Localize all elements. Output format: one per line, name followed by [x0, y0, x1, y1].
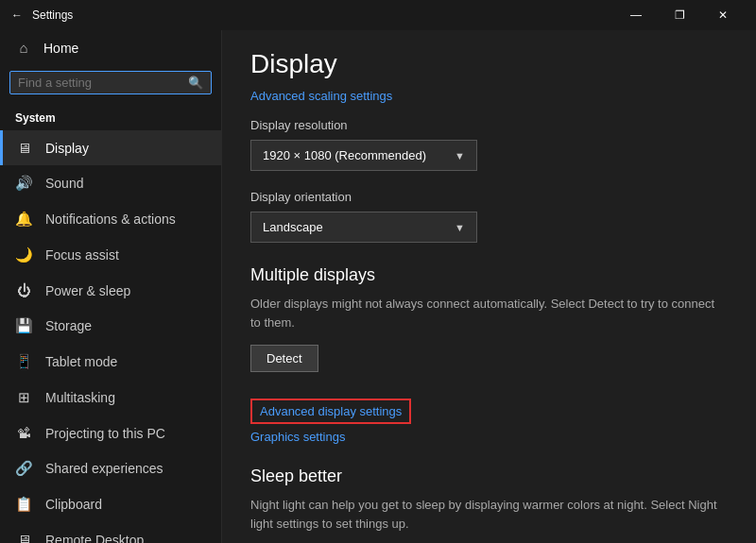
- sidebar-item-shared[interactable]: 🔗 Shared experiences: [0, 450, 221, 486]
- sidebar: ⌂ Home 🔍 System 🖥 Display 🔊 Sound 🔔 Noti…: [0, 30, 222, 543]
- orientation-label: Display orientation: [250, 190, 728, 204]
- notifications-icon: 🔔: [15, 211, 32, 228]
- orientation-select[interactable]: Landscape ▼: [250, 212, 477, 243]
- window-controls: — ❐ ✕: [614, 0, 745, 30]
- sleep-section: Sleep better Night light can help you ge…: [250, 467, 728, 533]
- sidebar-item-projecting-label: Projecting to this PC: [45, 426, 165, 441]
- sidebar-item-power-label: Power & sleep: [45, 283, 130, 298]
- sidebar-section-label: System: [0, 104, 221, 130]
- tablet-icon: 📱: [15, 353, 32, 370]
- resolution-group: Display resolution 1920 × 1080 (Recommen…: [250, 118, 728, 171]
- close-button[interactable]: ✕: [701, 0, 745, 30]
- sleep-desc: Night light can help you get to sleep by…: [250, 496, 728, 533]
- sidebar-item-clipboard-label: Clipboard: [45, 497, 102, 512]
- orientation-value: Landscape: [263, 220, 323, 234]
- sidebar-item-storage-label: Storage: [45, 318, 92, 333]
- resolution-label: Display resolution: [250, 118, 728, 132]
- sidebar-item-remote-label: Remote Desktop: [45, 533, 144, 544]
- resolution-arrow-icon: ▼: [455, 150, 465, 161]
- sidebar-item-display-label: Display: [45, 141, 89, 156]
- main-layout: ⌂ Home 🔍 System 🖥 Display 🔊 Sound 🔔 Noti…: [0, 30, 756, 543]
- sidebar-item-focus[interactable]: 🌙 Focus assist: [0, 237, 221, 273]
- sidebar-item-home[interactable]: ⌂ Home: [0, 30, 221, 65]
- storage-icon: 💾: [15, 317, 32, 334]
- multiple-displays-desc: Older displays might not always connect …: [250, 295, 728, 331]
- resolution-select[interactable]: 1920 × 1080 (Recommended) ▼: [250, 140, 477, 171]
- sidebar-item-tablet[interactable]: 📱 Tablet mode: [0, 344, 221, 380]
- focus-icon: 🌙: [15, 246, 32, 263]
- search-icon: 🔍: [188, 76, 203, 90]
- sound-icon: 🔊: [15, 175, 32, 192]
- titlebar-title: Settings: [32, 8, 614, 22]
- shared-icon: 🔗: [15, 460, 32, 477]
- maximize-button[interactable]: ❐: [658, 0, 701, 30]
- projecting-icon: 📽: [15, 425, 32, 441]
- sidebar-item-tablet-label: Tablet mode: [45, 354, 117, 369]
- sidebar-item-multitasking[interactable]: ⊞ Multitasking: [0, 380, 221, 416]
- back-button[interactable]: ←: [11, 8, 23, 22]
- multiple-displays-title: Multiple displays: [250, 265, 728, 285]
- sleep-title: Sleep better: [250, 467, 728, 486]
- orientation-arrow-icon: ▼: [455, 222, 465, 233]
- sidebar-item-projecting[interactable]: 📽 Projecting to this PC: [0, 416, 221, 450]
- orientation-group: Display orientation Landscape ▼: [250, 190, 728, 243]
- sidebar-item-power[interactable]: ⏻ Power & sleep: [0, 273, 221, 308]
- search-input[interactable]: [18, 76, 182, 90]
- sidebar-item-shared-label: Shared experiences: [45, 461, 163, 476]
- sidebar-item-multitasking-label: Multitasking: [45, 390, 115, 405]
- display-icon: 🖥: [15, 140, 32, 156]
- sidebar-item-focus-label: Focus assist: [45, 247, 119, 263]
- advanced-display-settings-link[interactable]: Advanced display settings: [250, 399, 411, 424]
- resolution-value: 1920 × 1080 (Recommended): [263, 148, 426, 162]
- sidebar-item-sound-label: Sound: [45, 176, 83, 191]
- sidebar-item-notifications[interactable]: 🔔 Notifications & actions: [0, 201, 221, 237]
- minimize-button[interactable]: —: [614, 0, 658, 30]
- sidebar-item-storage[interactable]: 💾 Storage: [0, 308, 221, 344]
- detect-button[interactable]: Detect: [250, 345, 318, 372]
- power-icon: ⏻: [15, 282, 32, 298]
- content-area: Display Advanced scaling settings Displa…: [222, 30, 756, 543]
- home-icon: ⌂: [15, 40, 32, 56]
- sidebar-item-display[interactable]: 🖥 Display: [0, 130, 221, 165]
- sidebar-item-notifications-label: Notifications & actions: [45, 212, 176, 227]
- clipboard-icon: 📋: [15, 496, 32, 513]
- sidebar-item-remote[interactable]: 🖥 Remote Desktop: [0, 522, 221, 543]
- sidebar-item-clipboard[interactable]: 📋 Clipboard: [0, 486, 221, 522]
- remote-icon: 🖥: [15, 532, 32, 543]
- multitasking-icon: ⊞: [15, 389, 32, 406]
- sidebar-item-sound[interactable]: 🔊 Sound: [0, 165, 221, 201]
- sidebar-home-label: Home: [43, 41, 78, 56]
- page-title: Display: [250, 30, 728, 89]
- titlebar: ← Settings — ❐ ✕: [0, 0, 756, 30]
- graphics-settings-link[interactable]: Graphics settings: [250, 430, 728, 444]
- search-box[interactable]: 🔍: [9, 71, 212, 94]
- advanced-scaling-link[interactable]: Advanced scaling settings: [250, 89, 728, 103]
